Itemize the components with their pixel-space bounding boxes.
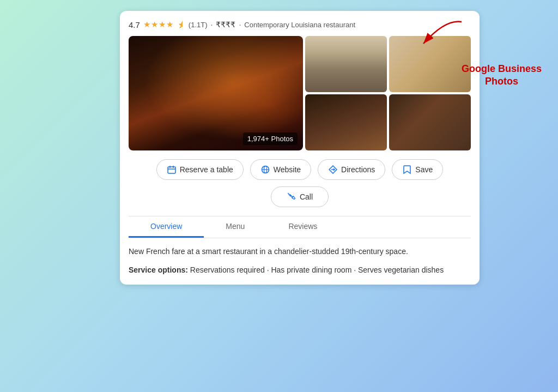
photo-count-badge[interactable]: 1,974+ Photos — [243, 132, 298, 145]
photo-thumb-1[interactable] — [305, 36, 387, 92]
directions-button[interactable]: Directions — [318, 159, 385, 180]
tab-reviews[interactable]: Reviews — [266, 216, 339, 238]
service-options: Service options: Reservations required ·… — [129, 264, 471, 276]
service-options-label: Service options: — [129, 266, 188, 274]
globe-icon — [260, 165, 270, 174]
annotation-container: Google Business Photos — [462, 63, 542, 88]
save-button[interactable]: Save — [392, 159, 443, 180]
call-label: Call — [300, 192, 313, 201]
reserve-table-button[interactable]: Reserve a table — [156, 159, 244, 180]
call-row: Call — [129, 186, 471, 207]
phone-icon — [287, 192, 296, 202]
red-arrow — [391, 16, 467, 65]
service-options-text: Reservations required · Has private dini… — [190, 266, 444, 274]
calendar-icon — [167, 165, 177, 174]
star-icons: ★★★★ — [143, 20, 174, 29]
reserve-table-label: Reserve a table — [180, 165, 233, 174]
tab-overview[interactable]: Overview — [129, 216, 204, 238]
svg-rect-0 — [168, 167, 175, 173]
price-level: ₹₹₹₹ — [216, 20, 235, 29]
call-button[interactable]: Call — [271, 186, 329, 207]
action-buttons-row: Reserve a table Website — [129, 159, 471, 180]
bookmark-icon — [402, 165, 412, 174]
main-photo[interactable]: 1,974+ Photos — [129, 36, 303, 150]
directions-label: Directions — [341, 165, 375, 174]
photo-thumb-4[interactable] — [389, 94, 471, 150]
annotation-label: Google Business Photos — [462, 63, 542, 88]
website-button[interactable]: Website — [250, 159, 311, 180]
category-label: Contemporary Louisiana restaurant — [244, 21, 355, 29]
rating-score: 4.7 — [129, 20, 140, 29]
directions-icon — [328, 165, 338, 174]
photo-thumb-3[interactable] — [305, 94, 387, 150]
tab-menu[interactable]: Menu — [204, 216, 266, 238]
save-label: Save — [415, 165, 433, 174]
description-text: New French fare at a smart restaurant in… — [129, 246, 471, 257]
review-count: (1.1T) — [189, 21, 208, 29]
half-star-icon: ⯨ — [177, 20, 185, 29]
tabs-row: Overview Menu Reviews — [129, 216, 471, 238]
website-label: Website — [274, 165, 301, 174]
